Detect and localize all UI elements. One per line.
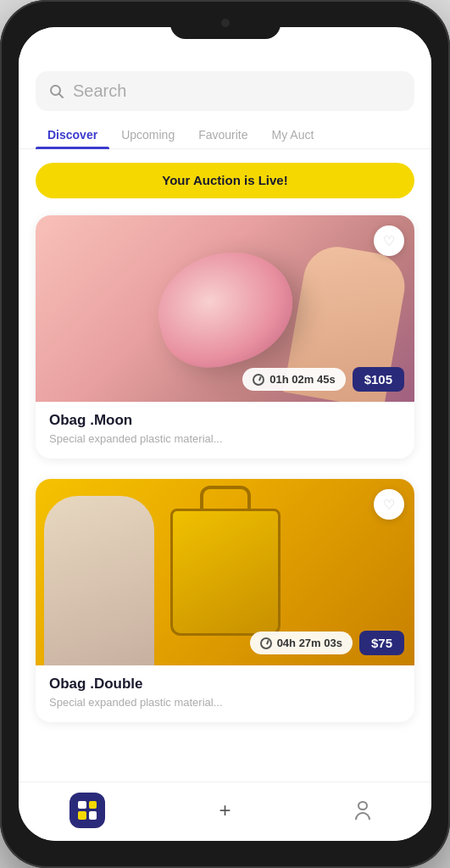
phone-frame: Search Discover Upcoming Favourite My Au… bbox=[0, 0, 450, 868]
clock-icon-double bbox=[260, 637, 272, 649]
card-info-double: Obag .Double Special expanded plastic ma… bbox=[36, 665, 414, 722]
grid-dot-2 bbox=[89, 801, 97, 810]
bottom-nav: + bbox=[19, 782, 431, 841]
tab-favourite[interactable]: Favourite bbox=[186, 121, 259, 148]
price-text-double: $75 bbox=[371, 636, 392, 650]
person-icon bbox=[353, 801, 372, 820]
banner-text: Your Auction is Live! bbox=[162, 173, 287, 187]
plus-icon: + bbox=[219, 800, 231, 821]
favourite-button-double[interactable]: ♡ bbox=[374, 489, 404, 520]
card-desc-moon: Special expanded plastic material... bbox=[49, 432, 401, 445]
tab-upcoming[interactable]: Upcoming bbox=[109, 121, 186, 148]
tab-discover[interactable]: Discover bbox=[36, 121, 109, 148]
nav-home[interactable] bbox=[62, 789, 113, 832]
price-badge-double: $75 bbox=[359, 631, 404, 655]
screen: Search Discover Upcoming Favourite My Au… bbox=[19, 27, 431, 841]
nav-profile[interactable] bbox=[337, 789, 388, 832]
grid-dot-4 bbox=[89, 811, 97, 820]
clock-icon-moon bbox=[253, 374, 264, 386]
nav-add[interactable]: + bbox=[199, 789, 250, 832]
heart-icon-moon: ♡ bbox=[383, 233, 395, 249]
tab-bar: Discover Upcoming Favourite My Auct bbox=[19, 111, 431, 149]
card-info-moon: Obag .Moon Special expanded plastic mate… bbox=[36, 402, 414, 459]
card-image-moon: ♡ 01h 02m 45s $105 bbox=[36, 215, 414, 402]
timer-text-double: 04h 27m 03s bbox=[277, 637, 342, 649]
grid-dot-1 bbox=[78, 801, 86, 810]
grid-pattern bbox=[78, 801, 97, 820]
search-icon bbox=[49, 84, 64, 99]
auction-card-moon[interactable]: ♡ 01h 02m 45s $105 Obag .Moon Spec bbox=[36, 215, 414, 459]
card-desc-double: Special expanded plastic material... bbox=[49, 696, 401, 709]
card-title-double: Obag .Double bbox=[49, 676, 401, 693]
timer-badge-double: 04h 27m 03s bbox=[250, 632, 353, 654]
svg-line-1 bbox=[59, 93, 64, 97]
person-body bbox=[355, 812, 370, 820]
bag-handle bbox=[200, 486, 251, 511]
status-bar bbox=[19, 27, 431, 64]
bag-illustration-moon bbox=[145, 238, 304, 380]
search-bar[interactable]: Search bbox=[36, 71, 414, 111]
grid-icon bbox=[69, 793, 105, 828]
card-image-double: ♡ 04h 27m 03s $75 bbox=[36, 479, 414, 665]
price-badge-moon: $105 bbox=[353, 367, 404, 392]
app-content: Search Discover Upcoming Favourite My Au… bbox=[19, 64, 431, 782]
card-timer-row-double: 04h 27m 03s $75 bbox=[46, 631, 404, 655]
person-head bbox=[358, 801, 368, 810]
search-placeholder-text: Search bbox=[73, 81, 126, 101]
heart-icon-double: ♡ bbox=[383, 497, 395, 513]
favourite-button-moon[interactable]: ♡ bbox=[374, 225, 404, 256]
live-auction-banner[interactable]: Your Auction is Live! bbox=[36, 163, 414, 198]
timer-text-moon: 01h 02m 45s bbox=[269, 373, 335, 386]
tab-my-auctions[interactable]: My Auct bbox=[260, 121, 326, 148]
card-title-moon: Obag .Moon bbox=[49, 412, 401, 429]
grid-dot-3 bbox=[78, 811, 86, 820]
timer-badge-moon: 01h 02m 45s bbox=[242, 368, 345, 391]
price-text-moon: $105 bbox=[364, 372, 392, 387]
auction-card-double[interactable]: ♡ 04h 27m 03s $75 Obag .Double Spe bbox=[36, 479, 414, 722]
bag-illustration-double bbox=[170, 509, 281, 636]
card-timer-row-moon: 01h 02m 45s $105 bbox=[46, 367, 404, 392]
